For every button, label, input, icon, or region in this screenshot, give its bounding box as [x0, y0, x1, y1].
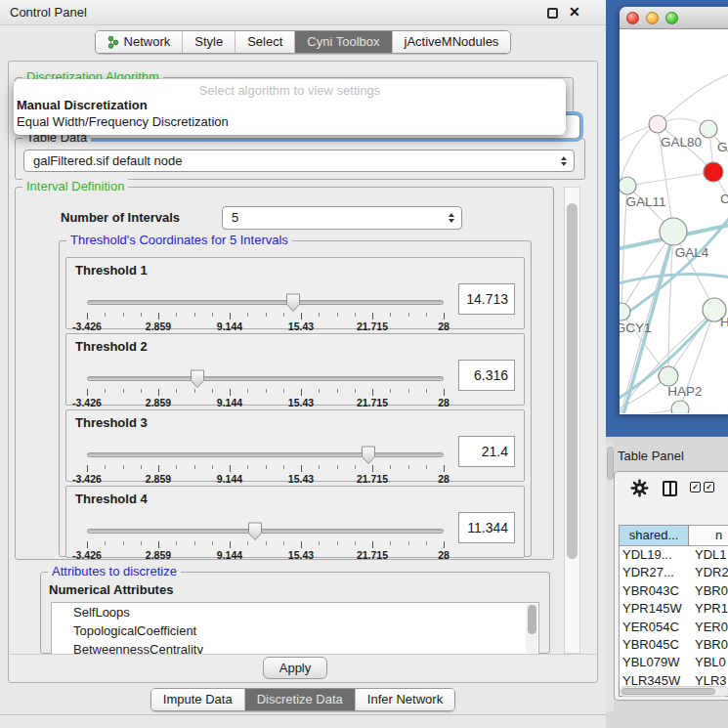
- select-columns-checkbox-icon[interactable]: ✓: [704, 482, 714, 492]
- panel-scrollbar[interactable]: [564, 187, 580, 654]
- tab-discretize-data[interactable]: Discretize Data: [244, 689, 355, 710]
- minimize-light-icon[interactable]: [646, 12, 659, 24]
- horizontal-scrollbar[interactable]: [620, 686, 728, 697]
- scrollbar-thumb[interactable]: [528, 605, 536, 634]
- slider-thumb[interactable]: [190, 369, 205, 393]
- threshold-value-field[interactable]: 14.713: [458, 283, 515, 315]
- cell-name: YBR0: [689, 636, 728, 654]
- network-node-gal4[interactable]: [660, 218, 687, 245]
- attribute-item-selfloops[interactable]: SelfLoops: [52, 603, 538, 621]
- tick-minor: [194, 541, 195, 545]
- attribute-item-topologicalcoefficient[interactable]: TopologicalCoefficient: [52, 621, 538, 640]
- settings-gear-icon[interactable]: [630, 479, 649, 501]
- network-canvas[interactable]: GAL80GACGAL11GAL4GCY1HHAP2: [620, 29, 728, 413]
- slider-thumb[interactable]: [247, 522, 263, 545]
- threshold-slider[interactable]: -3.4262.8599.14415.4321.71528: [87, 293, 444, 330]
- slider-track[interactable]: [87, 300, 444, 305]
- slider-thumb[interactable]: [285, 293, 301, 317]
- network-node[interactable]: [671, 401, 689, 413]
- tick-minor: [337, 313, 338, 317]
- table-row[interactable]: YBR043CYBR0: [620, 582, 728, 600]
- cell-name: YDR2: [689, 564, 728, 581]
- slider-track[interactable]: [87, 452, 444, 457]
- threshold-value-field[interactable]: 11.344: [458, 512, 515, 543]
- tick-major: [301, 313, 302, 320]
- control-panel-titlebar: Control Panel ✕: [0, 0, 606, 25]
- network-edge[interactable]: [620, 275, 728, 285]
- network-node-gal80[interactable]: [649, 115, 666, 133]
- tick-minor: [283, 389, 284, 393]
- float-window-icon[interactable]: [547, 8, 558, 19]
- tick-minor: [105, 389, 106, 393]
- threshold-slider[interactable]: -3.4262.8599.14415.4321.71528: [87, 446, 444, 483]
- zoom-light-icon[interactable]: [665, 12, 678, 24]
- tick-label: 28: [438, 549, 450, 561]
- select-all-checkbox-icon[interactable]: ✓: [690, 482, 701, 492]
- network-view-window: GAL80GACGAL11GAL4GCY1HHAP2: [620, 7, 728, 414]
- algorithm-option-equal-width-frequency-discretization[interactable]: Equal Width/Frequency Discretization: [17, 114, 229, 129]
- thresholds-group: Threshold's Coordinates for 5 Intervals …: [59, 240, 532, 557]
- tick-label: 9.144: [217, 473, 242, 485]
- scrollbar-thumb[interactable]: [567, 203, 578, 559]
- tab-style[interactable]: Style: [182, 31, 235, 53]
- tick-major: [230, 313, 231, 320]
- table-data-select[interactable]: galFiltered.sif default node: [23, 150, 575, 172]
- tab-impute-data[interactable]: Impute Data: [151, 689, 244, 710]
- network-node-hap2[interactable]: [659, 366, 678, 386]
- algorithm-option-manual-discretization[interactable]: Manual Discretization: [17, 98, 148, 112]
- numerical-attributes-list: SelfLoopsTopologicalCoefficientBetweenne…: [51, 602, 539, 655]
- network-node-ga[interactable]: [700, 120, 717, 138]
- tick-label: 2.859: [146, 473, 171, 485]
- column-header-name[interactable]: n: [689, 526, 728, 545]
- table-row[interactable]: YBR045CYBR0: [620, 636, 728, 654]
- tick-minor: [266, 465, 267, 469]
- tab-select[interactable]: Select: [235, 31, 294, 53]
- slider-track[interactable]: [87, 529, 444, 534]
- tick-minor: [319, 465, 320, 469]
- vertical-scrollbar[interactable]: [606, 441, 614, 712]
- tick-major: [158, 389, 159, 396]
- table-row[interactable]: YBL079WYBL0: [620, 654, 728, 671]
- threshold-value-field[interactable]: 21.4: [458, 436, 515, 467]
- table-row[interactable]: YER054CYER0: [620, 619, 728, 636]
- scrollbar-thumb[interactable]: [607, 447, 614, 480]
- column-header-shared-name[interactable]: shared...: [620, 526, 689, 545]
- column-layout-icon[interactable]: [663, 481, 677, 496]
- table-row[interactable]: YDR27...YDR2: [620, 564, 728, 581]
- threshold-slider[interactable]: -3.4262.8599.14415.4321.71528: [87, 369, 444, 407]
- tab-cyni-toolbox[interactable]: Cyni Toolbox: [294, 31, 391, 53]
- tab-infer-network[interactable]: Infer Network: [355, 689, 454, 710]
- tick-label: 15.43: [288, 321, 314, 332]
- tick-label: 9.144: [217, 397, 242, 408]
- network-node-c[interactable]: [704, 162, 723, 182]
- tick-minor: [123, 465, 124, 469]
- tick-minor: [212, 541, 213, 545]
- tick-minor: [105, 465, 106, 469]
- table-row[interactable]: YDL19...YDL1: [620, 546, 728, 564]
- list-scrollbar[interactable]: [526, 604, 537, 655]
- table-row[interactable]: YPR145WYPR1: [620, 600, 728, 618]
- tab-network[interactable]: Network: [96, 31, 183, 53]
- network-edge[interactable]: [658, 68, 728, 124]
- tick-minor: [426, 313, 427, 317]
- tab-label: Style: [194, 34, 223, 49]
- node-label: GAL80: [661, 135, 702, 150]
- slider-track[interactable]: [87, 376, 444, 381]
- tick-major: [230, 389, 231, 396]
- apply-button[interactable]: Apply: [263, 657, 327, 679]
- slider-thumb[interactable]: [361, 446, 376, 469]
- close-light-icon[interactable]: [626, 12, 639, 24]
- threshold-slider[interactable]: -3.4262.8599.14415.4321.71528: [87, 522, 444, 559]
- attribute-item-betweennesscentrality[interactable]: BetweennessCentrality: [52, 640, 538, 655]
- tick-minor: [283, 313, 284, 317]
- network-node-gal11[interactable]: [620, 177, 636, 194]
- close-icon[interactable]: ✕: [569, 4, 580, 20]
- threshold-value-field[interactable]: 6.316: [458, 360, 515, 391]
- number-of-intervals-select[interactable]: 5: [222, 206, 462, 230]
- tick-minor: [266, 389, 267, 393]
- tab-jactivemnodules[interactable]: jActiveMNodules: [392, 31, 511, 53]
- scrollbar-thumb[interactable]: [621, 688, 715, 695]
- network-edge[interactable]: [627, 172, 713, 186]
- network-node-gcy1[interactable]: [620, 303, 630, 321]
- threshold-label: Threshold 4: [75, 492, 148, 506]
